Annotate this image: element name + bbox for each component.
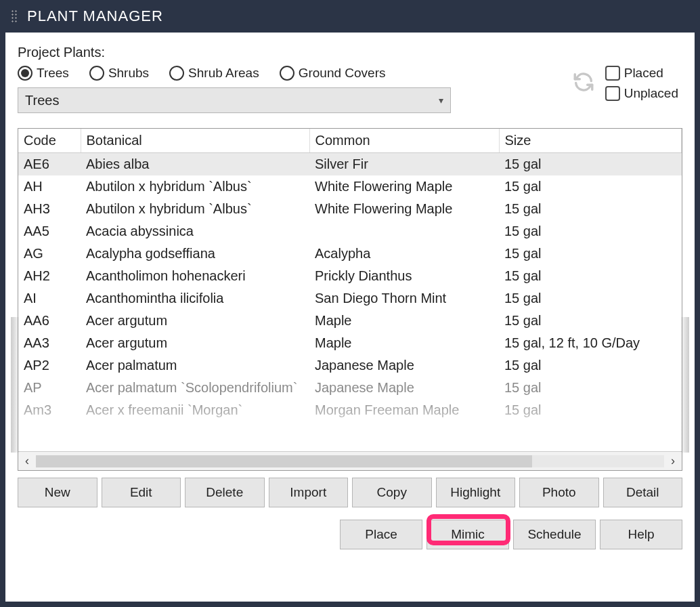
cell-size: 15 gal: [499, 198, 682, 220]
cell-size: 15 gal: [499, 220, 682, 243]
radio-icon: [89, 66, 104, 81]
action-button-row: New Edit Delete Import Copy Highlight Ph…: [18, 478, 682, 507]
cell-common: Japanese Maple: [309, 377, 499, 399]
table-row[interactable]: AIAcanthomintha ilicifoliaSan Diego Thor…: [18, 287, 682, 310]
radio-icon: [280, 66, 294, 81]
scroll-right-icon[interactable]: ›: [664, 454, 682, 468]
table-row[interactable]: AE6Abies albaSilver Fir15 gal: [18, 153, 682, 175]
cell-size: 15 gal: [499, 377, 682, 399]
cell-code: AI: [18, 287, 81, 310]
col-common[interactable]: Common: [309, 129, 499, 153]
radio-trees[interactable]: Trees: [18, 66, 69, 81]
checkbox-icon: [605, 66, 620, 81]
cell-common: Prickly Dianthus: [309, 265, 499, 287]
cell-bot: Acer argutum: [81, 332, 309, 354]
copy-button[interactable]: Copy: [352, 478, 432, 507]
cell-code: AA3: [18, 332, 81, 354]
table-row[interactable]: AHAbutilon x hybridum `Albus`White Flowe…: [18, 175, 682, 198]
checkbox-unplaced[interactable]: Unplaced: [605, 86, 678, 101]
table-row[interactable]: AH2Acantholimon hohenackeriPrickly Diant…: [18, 265, 682, 287]
cell-code: AP2: [18, 354, 81, 377]
cell-size: 15 gal: [499, 310, 682, 332]
radio-label: Ground Covers: [299, 66, 386, 81]
radio-label: Shrub Areas: [188, 66, 259, 81]
cell-bot: Acanthomintha ilicifolia: [81, 287, 309, 310]
checkbox-label: Placed: [624, 66, 663, 81]
table-row[interactable]: APAcer palmatum `Scolopendrifolium`Japan…: [18, 377, 682, 399]
cell-bot: Acacia abyssinica: [81, 220, 309, 243]
col-size[interactable]: Size: [499, 129, 682, 153]
plant-manager-window: PLANT MANAGER Project Plants: Trees Shru…: [0, 0, 700, 607]
delete-button[interactable]: Delete: [185, 478, 265, 507]
cell-bot: Acer palmatum: [81, 354, 309, 377]
cell-size: 15 gal, 12 ft, 10 G/Day: [499, 332, 682, 354]
cell-bot: Abies alba: [81, 153, 309, 175]
cell-common: Morgan Freeman Maple: [309, 399, 499, 421]
titlebar[interactable]: PLANT MANAGER: [0, 0, 700, 33]
table-row[interactable]: AA5Acacia abyssinica15 gal: [18, 220, 682, 243]
cell-common: Acalypha: [309, 243, 499, 265]
radio-ground-covers[interactable]: Ground Covers: [280, 66, 386, 81]
cell-common: White Flowering Maple: [309, 198, 499, 220]
cell-code: AH3: [18, 198, 81, 220]
detail-button[interactable]: Detail: [603, 478, 683, 507]
table-row[interactable]: AH3Abutilon x hybridum `Albus`White Flow…: [18, 198, 682, 220]
col-code[interactable]: Code: [18, 129, 81, 153]
schedule-button[interactable]: Schedule: [513, 520, 596, 549]
table-row[interactable]: AP2Acer palmatumJapanese Maple15 gal: [18, 354, 682, 377]
cell-bot: Acer argutum: [81, 310, 309, 332]
photo-button[interactable]: Photo: [519, 478, 599, 507]
drag-handle-icon[interactable]: [11, 9, 18, 23]
cell-code: Am3: [18, 399, 81, 421]
cell-bot: Acalypha godseffiana: [81, 243, 309, 265]
cell-code: AH: [18, 175, 81, 198]
cell-code: AE6: [18, 153, 81, 175]
plants-table: Code Botanical Common Size AE6Abies alba…: [18, 128, 682, 471]
scroll-thumb[interactable]: [36, 455, 532, 467]
cell-code: AG: [18, 243, 81, 265]
cell-code: AH2: [18, 265, 81, 287]
scroll-track[interactable]: [36, 455, 664, 467]
highlight-button[interactable]: Highlight: [436, 478, 516, 507]
scroll-left-icon[interactable]: ‹: [18, 454, 36, 468]
radio-shrubs[interactable]: Shrubs: [89, 66, 149, 81]
refresh-icon[interactable]: [570, 68, 597, 96]
chevron-down-icon: ▾: [439, 95, 443, 106]
cell-size: 15 gal: [499, 153, 682, 175]
checkbox-icon: [605, 86, 620, 101]
cell-size: 15 gal: [499, 175, 682, 198]
cell-size: 15 gal: [499, 287, 682, 310]
new-button[interactable]: New: [18, 478, 97, 507]
cell-common: San Diego Thorn Mint: [309, 287, 499, 310]
radio-shrub-areas[interactable]: Shrub Areas: [169, 66, 259, 81]
category-radios: Trees Shrubs Shrub Areas Ground Cov: [18, 66, 451, 81]
table-row[interactable]: AGAcalypha godseffianaAcalypha15 gal: [18, 243, 682, 265]
table-row[interactable]: AA6Acer argutumMaple15 gal: [18, 310, 682, 332]
help-button[interactable]: Help: [600, 520, 682, 549]
category-dropdown[interactable]: Trees ▾: [18, 87, 451, 113]
cell-bot: Abutilon x hybridum `Albus`: [81, 198, 309, 220]
cell-bot: Acer palmatum `Scolopendrifolium`: [81, 377, 309, 399]
col-botanical[interactable]: Botanical: [81, 129, 309, 153]
cell-bot: Abutilon x hybridum `Albus`: [81, 175, 309, 198]
cell-size: 15 gal: [499, 354, 682, 377]
radio-label: Shrubs: [108, 66, 149, 81]
section-label: Project Plants:: [18, 45, 682, 60]
cell-common: White Flowering Maple: [309, 175, 499, 198]
mimic-button[interactable]: Mimic: [426, 520, 509, 549]
cell-common: Silver Fir: [309, 153, 499, 175]
table-row[interactable]: AA3Acer argutumMaple15 gal, 12 ft, 10 G/…: [18, 332, 682, 354]
checkbox-label: Unplaced: [624, 86, 678, 101]
radio-label: Trees: [37, 66, 69, 81]
edit-button[interactable]: Edit: [102, 478, 181, 507]
cell-size: 15 gal: [499, 265, 682, 287]
horizontal-scrollbar[interactable]: ‹ ›: [18, 451, 682, 470]
cell-code: AP: [18, 377, 81, 399]
import-button[interactable]: Import: [269, 478, 349, 507]
table-row[interactable]: Am3Acer x freemanii `Morgan`Morgan Freem…: [18, 399, 682, 421]
place-button[interactable]: Place: [340, 520, 422, 549]
footer-button-row: Place Mimic Schedule Help: [18, 520, 682, 549]
cell-common: [309, 220, 499, 243]
cell-common: Maple: [309, 310, 499, 332]
checkbox-placed[interactable]: Placed: [605, 66, 678, 81]
